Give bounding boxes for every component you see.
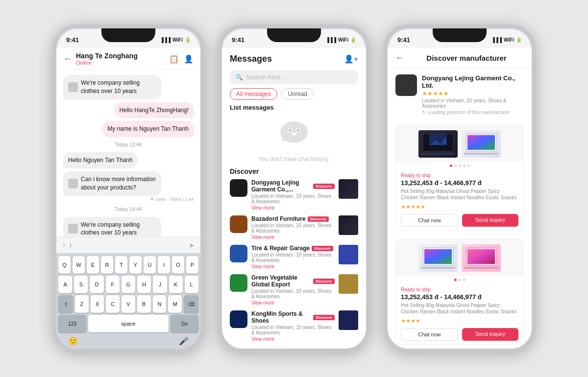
manufacturer-name: Dongyang Lejing Garment Co., Ltd.	[422, 74, 524, 89]
key-s[interactable]: S	[74, 276, 88, 293]
product-info-2: Ready to ship 13,252,453 đ - 14,466,977 …	[396, 283, 523, 345]
key-b[interactable]: B	[137, 295, 151, 313]
discover-sub-1: Located in Vietnam, 10 years, Shoes & As…	[251, 193, 335, 204]
inquiry-button-1[interactable]: Send inquiry	[462, 214, 518, 227]
manufacturer-sub: Located in Vietnam, 10 years, Shoes & As…	[422, 98, 524, 109]
discover-view-5[interactable]: View more	[251, 336, 335, 342]
dot-5	[467, 165, 470, 167]
loading-spinner: ↻	[422, 110, 426, 115]
key-l[interactable]: L	[185, 276, 198, 293]
sender-avatar-3	[68, 224, 78, 234]
discover-badge-2: Discover	[308, 216, 329, 222]
search-bar[interactable]: 🔍 Search here...	[230, 70, 358, 84]
back-button[interactable]: ←	[63, 54, 72, 64]
message-1: We're company selling clothes over 10 ye…	[63, 75, 161, 99]
key-g[interactable]: G	[122, 276, 135, 293]
discover-view-4[interactable]: View more	[251, 300, 335, 306]
product-desc-1: Hot Selling 80g Malaysia Ghost Pepper Sp…	[401, 188, 518, 201]
key-c[interactable]: C	[106, 295, 120, 313]
svg-rect-1	[282, 137, 287, 141]
send-icon[interactable]: ➤	[189, 241, 195, 249]
emoji-icon[interactable]: 🙂	[68, 336, 78, 346]
key-w[interactable]: W	[73, 256, 85, 274]
product-images-2	[396, 239, 523, 277]
tab-all-messages[interactable]: All messages	[230, 88, 277, 100]
message-4: Hello Nguyen Tan Thanh	[63, 152, 138, 168]
product-img-light-2	[418, 244, 458, 272]
chat-header-icons: 📋 👤	[169, 54, 194, 64]
dot-1	[450, 165, 452, 167]
empty-chat-area: You don't have chat history.	[222, 115, 366, 164]
product-ready-2: Ready to ship	[401, 287, 518, 292]
chat-header: ← Hang Te Zonghang Online 📋 👤	[56, 48, 200, 70]
key-d[interactable]: D	[90, 276, 103, 293]
dot-8	[463, 279, 466, 281]
key-space[interactable]: space	[88, 315, 169, 332]
inquiry-button-2[interactable]: Send inquiry	[462, 328, 518, 341]
key-f[interactable]: F	[106, 276, 120, 293]
key-z[interactable]: Z	[75, 295, 89, 313]
mic-icon[interactable]: 🎤	[179, 336, 189, 346]
key-h[interactable]: H	[137, 276, 151, 293]
keyboard-row-1: Q W E R T Y U I O P	[58, 256, 198, 274]
expand-icon[interactable]: >	[62, 242, 66, 249]
message-6: We're company selling clothes over 10 ye…	[63, 217, 161, 237]
dot-7	[459, 279, 461, 281]
key-u[interactable]: U	[144, 256, 156, 274]
key-123[interactable]: 123	[58, 315, 86, 332]
chat-now-button-1[interactable]: Chat now	[401, 214, 458, 227]
dot-4	[463, 165, 466, 167]
chat-now-button-2[interactable]: Chat now	[401, 328, 458, 341]
key-n[interactable]: N	[153, 295, 167, 313]
key-i[interactable]: I	[158, 256, 170, 274]
profile-icon[interactable]: 👤	[184, 54, 194, 64]
product-ready-1: Ready to ship	[401, 173, 518, 178]
product-images-1	[396, 125, 523, 163]
key-o[interactable]: O	[172, 256, 184, 274]
discover-badge-5: Discover	[313, 315, 335, 320]
key-j[interactable]: J	[153, 276, 167, 293]
manufacturer-loading: ↻ Loading products of this manufacturer	[422, 110, 524, 115]
discover-name-5: KongMin Sports & Shoes Discover	[251, 310, 335, 324]
discover-view-3[interactable]: View more	[251, 264, 335, 269]
online-status: Online	[76, 60, 165, 66]
key-v[interactable]: V	[122, 295, 135, 313]
disc-title: Discover manufacturer	[409, 54, 524, 62]
key-x[interactable]: X	[91, 295, 104, 313]
key-q[interactable]: Q	[58, 256, 71, 274]
message-5: Can i know more information about your p…	[63, 171, 161, 196]
discover-view-2[interactable]: View more	[251, 235, 335, 240]
message-input[interactable]	[70, 242, 185, 249]
tab-unread[interactable]: Unread	[281, 88, 313, 100]
discover-avatar-5	[230, 310, 247, 328]
clipboard-icon[interactable]: 📋	[169, 54, 179, 64]
person-add-icon[interactable]: 👤+	[344, 54, 358, 64]
discover-avatar-3	[230, 245, 247, 262]
disc-back-button[interactable]: ←	[395, 53, 404, 63]
key-k[interactable]: K	[169, 276, 183, 293]
discover-badge-4: Discover	[313, 279, 335, 284]
discover-item-5: KongMin Sports & Shoes Discover Located …	[230, 310, 358, 342]
search-icon: 🔍	[236, 74, 243, 81]
status-icons-2: ▐▐▐ WiFi 🔋	[326, 37, 356, 43]
key-backspace[interactable]: ⌫	[184, 295, 198, 313]
discover-avatar-4	[230, 274, 247, 292]
discover-name-2: Bazadord Furniture Discover	[251, 215, 335, 222]
key-shift[interactable]: ⇧	[58, 295, 73, 313]
key-e[interactable]: E	[87, 256, 99, 274]
key-t[interactable]: T	[115, 256, 127, 274]
discover-sub-2: Located in Vietnam, 10 years, Shoes & As…	[251, 223, 335, 234]
svg-point-4	[289, 129, 292, 131]
product-img-laptop-light	[462, 130, 501, 158]
discover-view-1[interactable]: View more	[251, 205, 335, 211]
svg-rect-9	[421, 153, 455, 155]
manufacturer-info: Dongyang Lejing Garment Co., Ltd. ★★★★★ …	[388, 69, 532, 121]
svg-rect-22	[467, 249, 495, 264]
sender-avatar-2	[68, 179, 78, 188]
key-m[interactable]: M	[168, 295, 182, 313]
key-r[interactable]: R	[101, 256, 113, 274]
key-a[interactable]: A	[58, 276, 72, 293]
key-go[interactable]: Go	[171, 315, 198, 332]
key-y[interactable]: Y	[129, 256, 142, 274]
key-p[interactable]: P	[186, 256, 198, 274]
